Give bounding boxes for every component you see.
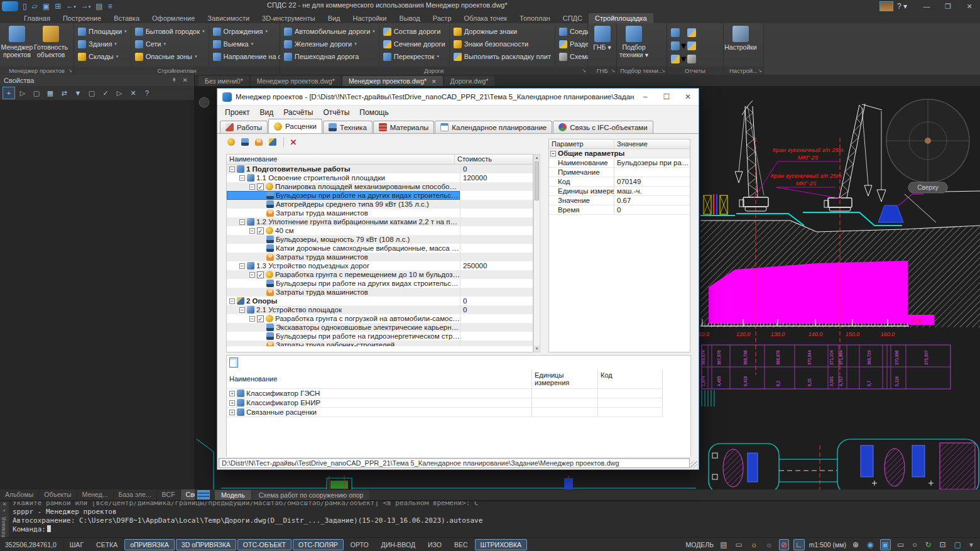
expander-icon[interactable]: − <box>249 228 255 234</box>
ribbon-item[interactable]: Выполнить раскладку плит <box>454 50 551 63</box>
column-units[interactable]: Единицы измерения <box>532 369 598 388</box>
classifier-row[interactable]: +Классификатор ЕНИР <box>227 398 663 408</box>
checkbox[interactable]: ✓ <box>257 315 264 322</box>
ribbon-tab-12[interactable]: Топоплан <box>513 13 557 23</box>
pin-icon[interactable]: 🖈 <box>169 75 180 86</box>
ribbon-tab-9[interactable]: Вывод <box>393 13 426 23</box>
table-row[interactable]: −✓40 см <box>227 226 533 235</box>
fullscreen-icon[interactable]: ▢ <box>952 539 963 550</box>
ribbon-item[interactable]: Дорожные знаки <box>454 25 551 38</box>
dialog-launcher-icon[interactable]: ↘ <box>611 67 615 75</box>
ribbon-tab-14[interactable]: Стройплощадка <box>589 13 653 23</box>
panel-tab-базаэле[interactable]: База эле... <box>114 489 157 500</box>
model-space-indicator[interactable]: МОДЕЛЬ <box>686 541 714 548</box>
ribbon-big-button-5-1[interactable]: Подбор техники ▾ <box>617 23 651 67</box>
toggle-3d-опривязка[interactable]: 3D оПРИВЯЗКА <box>176 539 236 550</box>
select-window-icon[interactable]: ▢ <box>30 87 43 99</box>
scroll-down-icon[interactable]: ▼ <box>534 346 540 352</box>
new-file-icon[interactable]: ▯ <box>21 1 29 12</box>
scale-indicator[interactable]: m1:500 (мм) <box>809 541 846 548</box>
table-row[interactable]: −2 Опоры0 <box>227 297 533 305</box>
column-name[interactable]: Наименование <box>227 155 455 164</box>
expander-icon[interactable]: − <box>550 151 556 156</box>
ribbon-tab-2[interactable]: Построение <box>57 13 107 23</box>
ribbon-item[interactable]: Автомобильные дороги▾ <box>284 25 375 38</box>
table-row[interactable]: Затраты труда машинистов <box>227 288 533 297</box>
toggle-изо[interactable]: ИЗО <box>422 539 447 550</box>
table-row[interactable]: −2.1 Устройство площадок0 <box>227 305 533 314</box>
view-navigation-wheel[interactable]: Сверху <box>886 99 969 193</box>
light-auto-icon[interactable]: ☼ <box>749 539 760 550</box>
select-grid-icon[interactable]: ▦ <box>44 87 57 99</box>
param-row[interactable]: Единицы измерениямаш.-ч. <box>549 187 690 196</box>
toggle-отс-поляр[interactable]: ОТС-ПОЛЯР <box>293 539 344 550</box>
undo-icon[interactable]: ←▾ <box>64 0 78 13</box>
ribbon-tab-8[interactable]: Настройки <box>347 13 393 23</box>
checkbox[interactable]: ✓ <box>257 183 264 190</box>
document-tab-4[interactable]: Дороги.dwg* <box>444 76 495 86</box>
qat-overflow-icon[interactable]: ≡ <box>106 1 114 12</box>
panel-tab-менед[interactable]: Менед... <box>77 489 114 500</box>
column-code[interactable]: Код <box>598 369 663 388</box>
ribbon-big-button-4-1[interactable]: ГНБ ▾ <box>588 23 616 67</box>
ribbon-tab-1[interactable]: Главная <box>18 13 57 23</box>
document-tab-1[interactable]: Без имени0* <box>199 76 249 86</box>
toggle-сетка[interactable]: СЕТКА <box>90 539 123 550</box>
ribbon-item[interactable]: Площадки▾ <box>78 25 127 38</box>
ribbon-item[interactable]: Состав дороги <box>383 25 445 38</box>
document-tab-2[interactable]: Менеджер проектов.dwg* <box>251 76 341 86</box>
table-row[interactable]: −✓Планировка площадей механизированным с… <box>227 182 533 191</box>
ribbon-tab-13[interactable]: СПДС <box>557 13 589 23</box>
expander-icon[interactable]: − <box>249 272 255 278</box>
orbit-icon[interactable]: ○ <box>910 539 918 550</box>
param-value[interactable]: 070149 <box>614 177 690 186</box>
cursor-icon[interactable]: ▷ <box>16 87 29 99</box>
report-button-4[interactable] <box>687 39 704 52</box>
minimize-button[interactable]: — <box>916 0 937 13</box>
add-material-icon[interactable] <box>266 136 279 148</box>
ribbon-item[interactable]: Железные дороги▾ <box>284 38 375 50</box>
apply-icon[interactable]: ✓ <box>99 87 112 99</box>
expander-icon[interactable]: − <box>229 166 235 172</box>
ribbon-tab-7[interactable]: Вид <box>322 13 347 23</box>
ribbon-tab-10[interactable]: Растр <box>427 13 458 23</box>
document-tab-3[interactable]: Менеджер проектов.dwg*✕ <box>342 76 443 86</box>
toggle-опривязка[interactable]: оПРИВЯЗКА <box>124 539 175 550</box>
dialog-tab-3[interactable]: Техника <box>323 121 373 133</box>
command-close-icon[interactable]: ✕ <box>0 501 9 508</box>
swap-selection-icon[interactable]: ⇄ <box>58 87 70 99</box>
param-row[interactable]: НаименованиеБульдозеры при работе ... <box>549 158 690 168</box>
report-button-1[interactable] <box>671 26 687 39</box>
value-column[interactable]: Значение <box>614 139 690 148</box>
dialog-tab-1[interactable]: Работы <box>220 121 268 133</box>
ribbon-item[interactable]: Сети▾ <box>135 38 205 50</box>
toggle-вес[interactable]: ВЕС <box>449 539 474 550</box>
report-button-2[interactable] <box>687 26 704 39</box>
toggle-шаг[interactable]: ШАГ <box>64 539 89 550</box>
toggle-дин-ввод[interactable]: ДИН-ВВОД <box>376 539 421 550</box>
report-button-6[interactable] <box>687 52 704 65</box>
ribbon-item[interactable]: Склады▾ <box>78 50 127 63</box>
table-row[interactable]: Бульдозеры при работе на других видах ст… <box>227 191 533 200</box>
menu-расчёты[interactable]: Расчёты <box>278 108 318 117</box>
ribbon-big-button-1-2[interactable]: Готовность объектов <box>34 23 68 67</box>
zoom-rect-icon[interactable]: ▭ <box>895 539 906 550</box>
table-row[interactable]: −✓Разработка грунта с погрузкой на автом… <box>227 314 533 323</box>
column-cost[interactable]: Стоимость <box>455 155 533 164</box>
delete-icon[interactable]: ✕ <box>287 136 300 148</box>
checkbox[interactable]: ✓ <box>257 227 264 234</box>
toggle-орто[interactable]: ОРТО <box>345 539 374 550</box>
table-row[interactable]: −1.3 Устройство подъездных дорог250000 <box>227 261 533 270</box>
add-rate-icon[interactable] <box>225 136 237 148</box>
classifier-row[interactable]: +Классификатор ГЭСН <box>227 389 663 398</box>
ribbon-item[interactable]: Знаки безопасности <box>454 38 551 50</box>
expander-icon[interactable]: + <box>229 400 235 406</box>
param-row[interactable]: Код070149 <box>549 177 690 187</box>
light-icon[interactable]: ☼ <box>764 539 775 550</box>
table-row[interactable]: Автогрейдеры среднего типа 99 кВт (135 л… <box>227 200 533 209</box>
table-row[interactable]: Затраты труда машинистов <box>227 253 533 261</box>
sheets-list-icon[interactable] <box>197 490 210 499</box>
param-row[interactable]: Значение0.67 <box>549 196 690 205</box>
print-icon[interactable]: ▤ <box>94 1 104 12</box>
ribbon-item[interactable]: Здания▾ <box>78 38 127 50</box>
